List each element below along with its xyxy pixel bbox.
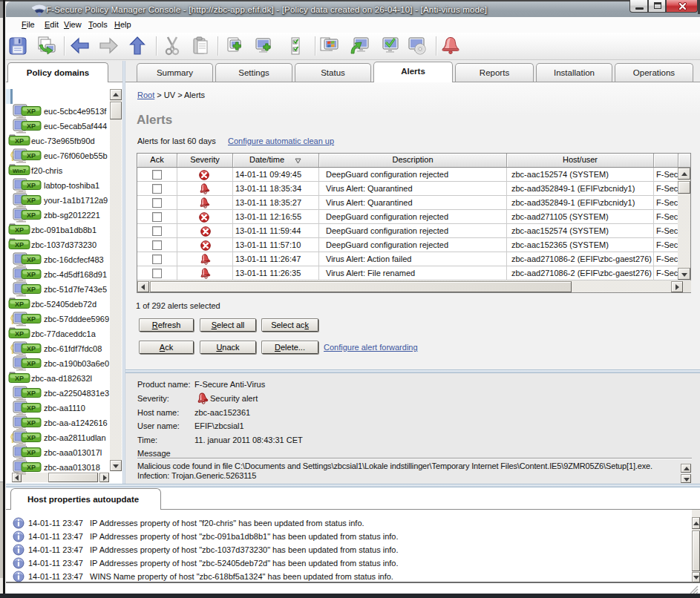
svg-text:XP: XP	[15, 330, 24, 338]
svg-text:XP: XP	[27, 211, 36, 219]
svg-text:XP: XP	[15, 137, 24, 145]
svg-text:XP: XP	[15, 300, 24, 308]
svg-text:XP: XP	[27, 182, 36, 189]
svg-text:XP: XP	[27, 404, 36, 412]
svg-text:XP: XP	[27, 390, 36, 397]
svg-text:XP: XP	[27, 449, 36, 456]
svg-text:XP: XP	[27, 271, 36, 278]
svg-text:XP: XP	[27, 434, 36, 441]
svg-text:XP: XP	[15, 375, 24, 382]
svg-text:Win7: Win7	[13, 168, 26, 174]
svg-text:XP: XP	[27, 419, 36, 427]
svg-text:XP: XP	[27, 122, 36, 130]
svg-text:XP: XP	[27, 345, 36, 352]
svg-text:XP: XP	[27, 464, 36, 471]
svg-text:XP: XP	[27, 152, 36, 160]
svg-text:XP: XP	[27, 315, 36, 323]
svg-text:XP: XP	[27, 108, 36, 115]
svg-text:XP: XP	[27, 256, 36, 263]
svg-text:XP: XP	[15, 241, 24, 249]
svg-text:XP: XP	[27, 197, 36, 204]
svg-text:XP: XP	[27, 286, 36, 293]
svg-text:XP: XP	[15, 226, 24, 234]
svg-text:XP: XP	[27, 360, 36, 367]
